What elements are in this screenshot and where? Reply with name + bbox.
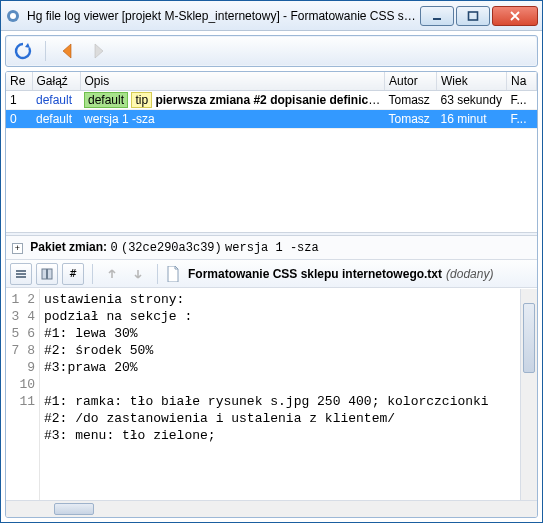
diff-prev-button[interactable]: [101, 263, 123, 285]
cell-rev: 0: [6, 110, 32, 129]
window-title: Hg file log viewer [projekt M-Sklep_inte…: [27, 9, 418, 23]
file-name: Formatowanie CSS sklepu internetowego.tx…: [188, 267, 442, 281]
cell-rev: 1: [6, 91, 32, 110]
back-button[interactable]: [56, 39, 80, 63]
refresh-button[interactable]: [11, 39, 35, 63]
cell-author: Tomasz: [385, 91, 437, 110]
badge-default: default: [84, 92, 128, 108]
app-window: Hg file log viewer [projekt M-Sklep_inte…: [0, 0, 543, 523]
diff-toolbar: # Formatowanie CSS sklepu internetowego.…: [6, 260, 537, 288]
minimize-button[interactable]: [420, 6, 454, 26]
svg-rect-5: [16, 273, 26, 275]
svg-rect-6: [16, 276, 26, 278]
changeset-label: Pakiet zmian:: [30, 240, 107, 254]
code-pane[interactable]: ustawienia strony: podział na sekcje : #…: [40, 289, 520, 500]
diff-next-button[interactable]: [127, 263, 149, 285]
maximize-button[interactable]: [456, 6, 490, 26]
cell-author: Tomasz: [385, 110, 437, 129]
cell-branch: default: [32, 110, 80, 129]
line-gutter: 1 2 3 4 5 6 7 8 9 10 11: [6, 289, 40, 500]
col-age[interactable]: Wiek: [437, 72, 507, 91]
cell-age: 63 sekundy: [437, 91, 507, 110]
view-split-button[interactable]: [36, 263, 58, 285]
hash-toggle-button[interactable]: #: [62, 263, 84, 285]
horizontal-scrollbar[interactable]: [6, 500, 537, 517]
svg-point-1: [10, 13, 16, 19]
file-status: (dodany): [446, 267, 493, 281]
cell-desc: wersja 1 -sza: [80, 110, 385, 129]
cell-branch: default: [32, 91, 80, 110]
changeset-msg: wersja 1 -sza: [225, 241, 319, 255]
forward-button[interactable]: [86, 39, 110, 63]
col-desc[interactable]: Opis: [80, 72, 385, 91]
vertical-scrollbar[interactable]: [520, 289, 537, 500]
toolbar-separator: [45, 41, 46, 61]
view-list-button[interactable]: [10, 263, 32, 285]
scroll-thumb[interactable]: [54, 503, 94, 515]
col-author[interactable]: Autor: [385, 72, 437, 91]
titlebar[interactable]: Hg file log viewer [projekt M-Sklep_inte…: [1, 1, 542, 31]
svg-rect-8: [48, 269, 53, 279]
app-icon: [5, 8, 21, 24]
content-area: Re Gałąź Opis Autor Wiek Na 1 default de…: [5, 71, 538, 518]
close-button[interactable]: [492, 6, 538, 26]
cell-age: 16 minut: [437, 110, 507, 129]
revision-grid[interactable]: Re Gałąź Opis Autor Wiek Na 1 default de…: [6, 72, 537, 232]
cell-desc: default tip pierwsza zmiana #2 dopisanie…: [80, 91, 385, 110]
badge-tip: tip: [131, 92, 152, 108]
cell-name: F...: [507, 110, 537, 129]
grid-header-row: Re Gałąź Opis Autor Wiek Na: [6, 72, 537, 91]
changeset-hash: (32ce290a3c39): [121, 241, 222, 255]
col-name[interactable]: Na: [507, 72, 537, 91]
svg-rect-4: [16, 270, 26, 272]
main-toolbar: [7, 37, 536, 65]
changeset-rev: 0: [110, 241, 117, 255]
toolbar-separator: [92, 264, 93, 284]
svg-rect-3: [469, 12, 478, 20]
toolbar-separator: [157, 264, 158, 284]
file-icon: [166, 266, 180, 282]
col-rev[interactable]: Re: [6, 72, 32, 91]
changeset-header: + Pakiet zmian: 0 (32ce290a3c39) wersja …: [6, 236, 537, 260]
svg-rect-7: [42, 269, 47, 279]
table-row[interactable]: 0 default wersja 1 -sza Tomasz 16 minut …: [6, 110, 537, 129]
main-toolbar-frame: [5, 35, 538, 67]
table-row[interactable]: 1 default default tip pierwsza zmiana #2…: [6, 91, 537, 110]
diff-view: 1 2 3 4 5 6 7 8 9 10 11 ustawienia stron…: [6, 288, 537, 500]
col-branch[interactable]: Gałąź: [32, 72, 80, 91]
svg-rect-2: [433, 18, 441, 20]
expand-toggle[interactable]: +: [12, 243, 23, 254]
cell-name: F...: [507, 91, 537, 110]
scroll-thumb[interactable]: [523, 303, 535, 373]
